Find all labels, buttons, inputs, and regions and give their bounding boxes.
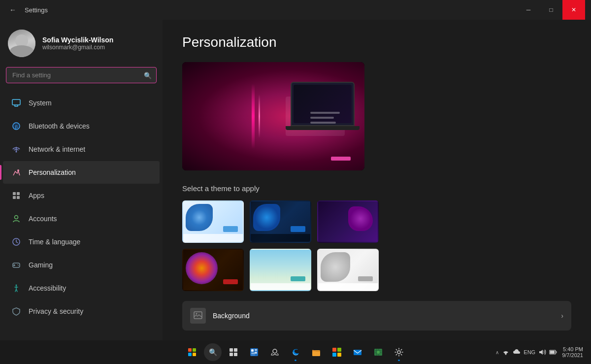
- sidebar-label-personalization: Personalization: [29, 168, 76, 176]
- privacy-icon: [11, 306, 22, 317]
- taskbar-mail-button[interactable]: [348, 342, 367, 362]
- laptop-base: [286, 126, 360, 130]
- svg-rect-21: [194, 312, 202, 319]
- screen-line-3: [310, 122, 336, 124]
- nav-list: System β Bluetooth & devices: [0, 91, 163, 340]
- win-logo-q2: [193, 348, 196, 352]
- window-controls: ─ □ ✕: [517, 0, 585, 20]
- background-card-label: Background: [213, 312, 561, 320]
- svg-rect-0: [12, 99, 20, 105]
- network-icon: [11, 144, 22, 155]
- user-name: Sofia Wycislik-Wilson: [42, 36, 113, 44]
- sidebar-item-privacy[interactable]: Privacy & security: [3, 300, 160, 323]
- sidebar-item-apps[interactable]: Apps: [3, 184, 160, 207]
- taskbar-clock[interactable]: 5:40 PM 9/7/2021: [560, 346, 585, 358]
- close-button[interactable]: ✕: [562, 0, 585, 20]
- taskbar-edge-button[interactable]: [286, 342, 305, 362]
- select-theme-label: Select a theme to apply: [182, 184, 571, 193]
- taskbar-store-button[interactable]: [327, 342, 347, 362]
- svg-rect-28: [251, 349, 254, 352]
- user-info: Sofia Wycislik-Wilson wilsonmark@gmail.c…: [42, 36, 113, 51]
- svg-point-20: [16, 285, 17, 286]
- sidebar-item-accounts[interactable]: Accounts: [3, 207, 160, 230]
- volume-icon[interactable]: [538, 348, 546, 356]
- theme-2-taskbar: [251, 234, 310, 242]
- svg-rect-26: [234, 353, 237, 356]
- theme-6-badge: [358, 276, 373, 281]
- maximize-button[interactable]: □: [540, 0, 562, 20]
- taskbar-chat-button[interactable]: [265, 342, 285, 362]
- theme-3-blob: [348, 206, 373, 231]
- svg-rect-23: [230, 348, 233, 352]
- screen-lines: [310, 112, 340, 124]
- svg-rect-24: [234, 348, 237, 352]
- network-tray-icon[interactable]: [502, 348, 510, 356]
- taskbar-settings-button[interactable]: [389, 342, 409, 362]
- win-logo-q1: [188, 348, 192, 352]
- taskbar-overflow-chevron[interactable]: ∧: [495, 350, 499, 355]
- svg-point-39: [397, 351, 400, 354]
- sidebar-item-network[interactable]: Network & internet: [3, 138, 160, 161]
- taskbar-explorer-button[interactable]: [306, 342, 326, 362]
- sidebar-item-system[interactable]: System: [3, 92, 160, 114]
- taskbar-time: 5:40 PM: [563, 346, 583, 352]
- taskbar-date: 9/7/2021: [562, 352, 583, 358]
- theme-card-6[interactable]: [317, 249, 379, 291]
- bluetooth-icon: β: [11, 121, 22, 132]
- back-button[interactable]: ←: [6, 3, 20, 17]
- sidebar-label-accessibility: Accessibility: [29, 284, 66, 292]
- svg-point-7: [16, 151, 17, 153]
- search-input[interactable]: [6, 67, 157, 83]
- main-content: Personalization: [163, 20, 591, 340]
- taskbar-search-button[interactable]: 🔍: [203, 342, 223, 362]
- sidebar-item-accessibility[interactable]: Accessibility: [3, 277, 160, 299]
- theme-card-1[interactable]: [182, 200, 244, 243]
- svg-point-18: [17, 265, 18, 265]
- cloud-icon[interactable]: [513, 348, 521, 356]
- sidebar-item-time[interactable]: Time & language: [3, 231, 160, 253]
- sidebar-item-personalization[interactable]: Personalization: [3, 161, 160, 184]
- gaming-icon: [11, 260, 22, 270]
- theme-1-badge: [223, 226, 238, 232]
- app-title: Settings: [25, 6, 517, 14]
- background-card[interactable]: Background ›: [182, 301, 571, 331]
- taskbar-start-button[interactable]: [182, 342, 202, 362]
- widgets-icon: [250, 348, 259, 357]
- svg-text:β: β: [15, 124, 18, 130]
- minimize-button[interactable]: ─: [517, 0, 540, 20]
- bottom-accent-bar: [331, 157, 351, 161]
- theme-card-5[interactable]: [250, 249, 311, 291]
- taskbar-widgets-button[interactable]: [244, 342, 264, 362]
- theme-card-4[interactable]: [182, 249, 244, 291]
- taskbar-taskview-button[interactable]: [224, 342, 243, 362]
- edge-icon: [291, 348, 300, 357]
- page-title: Personalization: [182, 34, 571, 50]
- hero-preview-bg: [182, 62, 364, 170]
- svg-rect-10: [17, 192, 20, 195]
- svg-point-22: [196, 313, 197, 315]
- sidebar-label-apps: Apps: [29, 192, 44, 199]
- user-profile[interactable]: Sofia Wycislik-Wilson wilsonmark@gmail.c…: [0, 20, 163, 65]
- theme-card-3[interactable]: [317, 200, 379, 243]
- taskbar-maps-button[interactable]: [368, 342, 388, 362]
- theme-2-badge: [291, 226, 305, 232]
- svg-rect-29: [255, 349, 257, 351]
- taskview-icon: [229, 348, 238, 357]
- titlebar: ← Settings ─ □ ✕: [0, 0, 591, 20]
- laptop-screen-inner: [294, 85, 352, 123]
- taskbar-lang[interactable]: ENG: [524, 349, 535, 355]
- glow-bar-2: [259, 95, 260, 138]
- sidebar-item-bluetooth[interactable]: β Bluetooth & devices: [3, 115, 160, 137]
- theme-card-2[interactable]: [250, 200, 311, 243]
- background-card-icon: [190, 308, 206, 324]
- svg-rect-25: [230, 353, 233, 356]
- laptop-screen-bezel: [291, 82, 355, 126]
- svg-rect-11: [13, 196, 16, 199]
- svg-rect-36: [354, 350, 361, 355]
- sidebar-item-gaming[interactable]: Gaming: [3, 254, 160, 276]
- theme-6-flower: [321, 252, 350, 282]
- taskbar-search-icon: 🔍: [204, 343, 222, 361]
- explorer-icon: [312, 348, 321, 357]
- apps-icon: [11, 190, 22, 201]
- sidebar-label-bluetooth: Bluetooth & devices: [29, 122, 90, 130]
